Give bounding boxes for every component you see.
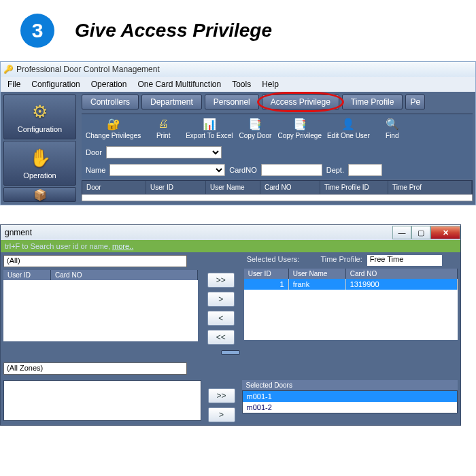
box-icon: 📦 xyxy=(33,188,47,201)
toolbar: 🔐Change Privileges 🖨Print 📊Export To Exc… xyxy=(82,114,473,143)
dept-input[interactable] xyxy=(348,164,382,176)
copy-door-icon: 📑 xyxy=(248,117,262,131)
menu-help[interactable]: Help xyxy=(262,80,279,89)
assignment-dialog: gnment — ▢ ✕ trl+F to Search user id or … xyxy=(0,224,461,426)
selected-user-row[interactable]: 1 frank 1319900 xyxy=(244,279,458,290)
cardno-input[interactable] xyxy=(261,164,322,176)
sidebar-item-cut[interactable]: 📦 xyxy=(3,187,76,202)
dialog-title: gnment xyxy=(5,228,32,237)
tool-copy-door[interactable]: 📑Copy Door xyxy=(238,117,272,139)
tab-access-privilege[interactable]: Access Privilege xyxy=(262,95,339,109)
grid-body xyxy=(82,194,473,201)
close-button[interactable]: ✕ xyxy=(430,226,460,239)
door-select[interactable] xyxy=(106,146,222,158)
tab-controllers[interactable]: Controllers xyxy=(82,95,139,109)
menubar: File Configuration Operation One Card Mu… xyxy=(1,77,475,92)
sidebar-operation[interactable]: ✋ Operation xyxy=(3,141,76,186)
main-pane: Controllers Department Personnel Access … xyxy=(79,92,475,205)
door-label: Door xyxy=(86,148,102,156)
dept-filter-combo[interactable]: (All) xyxy=(3,255,187,267)
door-add-button[interactable]: > xyxy=(208,407,235,422)
search-hint: trl+F to Search user id or name, more.. xyxy=(1,240,460,252)
minimize-button[interactable]: — xyxy=(392,226,411,239)
user-grid-body[interactable] xyxy=(3,280,198,341)
sidebar-configuration[interactable]: ⚙ Configuration xyxy=(3,95,76,139)
name-label: Name xyxy=(86,166,105,174)
menu-operation[interactable]: Operation xyxy=(91,80,127,89)
selected-doors-list: m001-1 m001-2 xyxy=(242,390,458,413)
time-profile-label: Time Profile: xyxy=(318,254,364,265)
copy-priv-icon: 📑 xyxy=(293,117,307,131)
add-all-button[interactable]: >> xyxy=(207,273,235,288)
door-row[interactable]: m001-1 xyxy=(243,391,457,402)
tab-department[interactable]: Department xyxy=(141,95,202,109)
menu-tools[interactable]: Tools xyxy=(232,80,251,89)
cardno-label: CardNO xyxy=(229,166,256,174)
tab-cut[interactable]: Pe xyxy=(405,95,425,109)
menu-onecard[interactable]: One Card Multifunction xyxy=(137,80,221,89)
selected-doors-label: Selected Doors xyxy=(242,380,458,390)
maximize-button[interactable]: ▢ xyxy=(411,226,430,239)
edit-user-icon: 👤 xyxy=(341,117,355,131)
step-title: Give Access Privilege xyxy=(75,20,272,41)
tool-print[interactable]: 🖨Print xyxy=(146,117,180,139)
gear-icon: ⚙ xyxy=(32,101,48,122)
selected-users-header: User ID User Name Card NO xyxy=(244,269,458,279)
tab-time-profile[interactable]: Time Profile xyxy=(342,95,403,109)
tool-copy-privilege[interactable]: 📑Copy Privilege xyxy=(277,117,321,139)
available-doors[interactable] xyxy=(3,380,201,421)
selected-users-body: 1 frank 1319900 xyxy=(244,279,458,340)
tool-export-excel[interactable]: 📊Export To Excel xyxy=(186,117,233,139)
remove-all-button[interactable]: << xyxy=(207,330,235,345)
grid-header: Door User ID User Name Card NO Time Prof… xyxy=(82,180,473,194)
privilege-icon: 🔐 xyxy=(107,117,120,131)
tool-find[interactable]: 🔍Find xyxy=(375,117,409,139)
main-window: 🔑 Professional Door Control Management F… xyxy=(0,61,476,205)
menu-file[interactable]: File xyxy=(7,80,20,89)
remove-button[interactable]: < xyxy=(207,311,235,326)
door-row[interactable]: m001-2 xyxy=(243,402,457,413)
zone-combo[interactable]: (All Zones) xyxy=(3,362,187,375)
key-icon: 🔑 xyxy=(3,65,14,74)
tab-personnel[interactable]: Personnel xyxy=(205,95,259,109)
excel-icon: 📊 xyxy=(203,117,216,131)
window-title: Professional Door Control Management xyxy=(16,65,160,74)
selected-users-label: Selected Users: xyxy=(244,254,303,265)
name-select[interactable] xyxy=(109,164,225,176)
print-icon: 🖨 xyxy=(156,117,170,131)
step-number-badge: 3 xyxy=(20,14,54,48)
dept-label: Dept. xyxy=(326,166,344,174)
user-grid-header: User ID Card NO xyxy=(3,270,198,280)
titlebar: 🔑 Professional Door Control Management xyxy=(1,62,475,77)
door-add-all-button[interactable]: >> xyxy=(208,388,235,403)
hint-more-link[interactable]: more.. xyxy=(112,242,133,250)
find-icon: 🔍 xyxy=(386,117,399,131)
splitter-handle[interactable] xyxy=(221,350,240,355)
tool-change-privileges[interactable]: 🔐Change Privileges xyxy=(86,117,141,139)
add-button[interactable]: > xyxy=(207,292,235,307)
tab-row: Controllers Department Personnel Access … xyxy=(82,95,473,109)
menu-configuration[interactable]: Configuration xyxy=(31,80,80,89)
hand-icon: ✋ xyxy=(29,148,51,169)
tool-edit-one-user[interactable]: 👤Edit One User xyxy=(327,117,370,139)
sidebar: ⚙ Configuration ✋ Operation 📦 xyxy=(1,92,79,205)
time-profile-value[interactable]: Free Time xyxy=(367,255,442,266)
